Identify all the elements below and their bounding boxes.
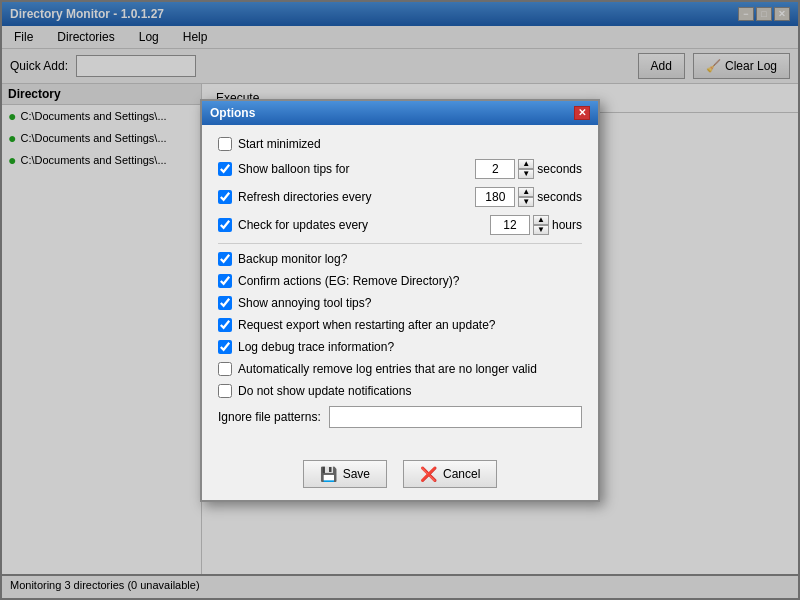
option-show-tooltips: Show annoying tool tips? xyxy=(218,296,582,310)
balloon-tips-value[interactable] xyxy=(475,159,515,179)
check-updates-down[interactable]: ▼ xyxy=(533,225,549,235)
option-refresh-dirs: Refresh directories every ▲ ▼ seconds xyxy=(218,187,582,207)
no-update-notify-label: Do not show update notifications xyxy=(238,384,582,398)
option-no-update-notify: Do not show update notifications xyxy=(218,384,582,398)
dialog-footer: 💾 Save ❌ Cancel xyxy=(202,452,598,500)
option-balloon-tips: Show balloon tips for ▲ ▼ seconds xyxy=(218,159,582,179)
confirm-actions-label: Confirm actions (EG: Remove Directory)? xyxy=(238,274,582,288)
start-minimized-checkbox[interactable] xyxy=(218,137,232,151)
request-export-checkbox[interactable] xyxy=(218,318,232,332)
check-updates-spinner-buttons: ▲ ▼ xyxy=(533,215,549,235)
cancel-label: Cancel xyxy=(443,467,480,481)
balloon-tips-unit: seconds xyxy=(537,162,582,176)
start-minimized-label: Start minimized xyxy=(238,137,582,151)
dialog-overlay: Options ✕ Start minimized Show balloon t… xyxy=(0,0,800,600)
refresh-dirs-label: Refresh directories every xyxy=(238,190,469,204)
backup-log-checkbox[interactable] xyxy=(218,252,232,266)
balloon-tips-up[interactable]: ▲ xyxy=(518,159,534,169)
dialog-title: Options xyxy=(210,106,255,120)
refresh-dirs-down[interactable]: ▼ xyxy=(518,197,534,207)
log-debug-checkbox[interactable] xyxy=(218,340,232,354)
refresh-dirs-unit: seconds xyxy=(537,190,582,204)
option-check-updates: Check for updates every ▲ ▼ hours xyxy=(218,215,582,235)
dialog-title-bar: Options ✕ xyxy=(202,101,598,125)
no-update-notify-checkbox[interactable] xyxy=(218,384,232,398)
divider-1 xyxy=(218,243,582,244)
refresh-dirs-spinner: ▲ ▼ seconds xyxy=(475,187,582,207)
request-export-label: Request export when restarting after an … xyxy=(238,318,582,332)
balloon-tips-spinner: ▲ ▼ seconds xyxy=(475,159,582,179)
ignore-patterns-row: Ignore file patterns: xyxy=(218,406,582,428)
show-tooltips-checkbox[interactable] xyxy=(218,296,232,310)
save-icon: 💾 xyxy=(320,466,337,482)
backup-log-label: Backup monitor log? xyxy=(238,252,582,266)
option-backup-log: Backup monitor log? xyxy=(218,252,582,266)
log-debug-label: Log debug trace information? xyxy=(238,340,582,354)
ignore-patterns-label: Ignore file patterns: xyxy=(218,410,321,424)
refresh-dirs-up[interactable]: ▲ xyxy=(518,187,534,197)
cancel-button[interactable]: ❌ Cancel xyxy=(403,460,497,488)
option-auto-remove: Automatically remove log entries that ar… xyxy=(218,362,582,376)
refresh-dirs-spinner-buttons: ▲ ▼ xyxy=(518,187,534,207)
balloon-tips-label: Show balloon tips for xyxy=(238,162,469,176)
check-updates-checkbox[interactable] xyxy=(218,218,232,232)
save-label: Save xyxy=(343,467,370,481)
check-updates-value[interactable] xyxy=(490,215,530,235)
refresh-dirs-value[interactable] xyxy=(475,187,515,207)
balloon-tips-checkbox[interactable] xyxy=(218,162,232,176)
dialog-body: Start minimized Show balloon tips for ▲ … xyxy=(202,125,598,452)
check-updates-spinner: ▲ ▼ hours xyxy=(490,215,582,235)
check-updates-label: Check for updates every xyxy=(238,218,484,232)
ignore-patterns-input[interactable] xyxy=(329,406,582,428)
refresh-dirs-checkbox[interactable] xyxy=(218,190,232,204)
option-start-minimized: Start minimized xyxy=(218,137,582,151)
auto-remove-label: Automatically remove log entries that ar… xyxy=(238,362,582,376)
check-updates-up[interactable]: ▲ xyxy=(533,215,549,225)
options-dialog: Options ✕ Start minimized Show balloon t… xyxy=(200,99,600,502)
show-tooltips-label: Show annoying tool tips? xyxy=(238,296,582,310)
balloon-tips-down[interactable]: ▼ xyxy=(518,169,534,179)
balloon-tips-spinner-buttons: ▲ ▼ xyxy=(518,159,534,179)
option-confirm-actions: Confirm actions (EG: Remove Directory)? xyxy=(218,274,582,288)
confirm-actions-checkbox[interactable] xyxy=(218,274,232,288)
save-button[interactable]: 💾 Save xyxy=(303,460,387,488)
dialog-close-button[interactable]: ✕ xyxy=(574,106,590,120)
check-updates-unit: hours xyxy=(552,218,582,232)
auto-remove-checkbox[interactable] xyxy=(218,362,232,376)
cancel-icon: ❌ xyxy=(420,466,437,482)
option-log-debug: Log debug trace information? xyxy=(218,340,582,354)
option-request-export: Request export when restarting after an … xyxy=(218,318,582,332)
